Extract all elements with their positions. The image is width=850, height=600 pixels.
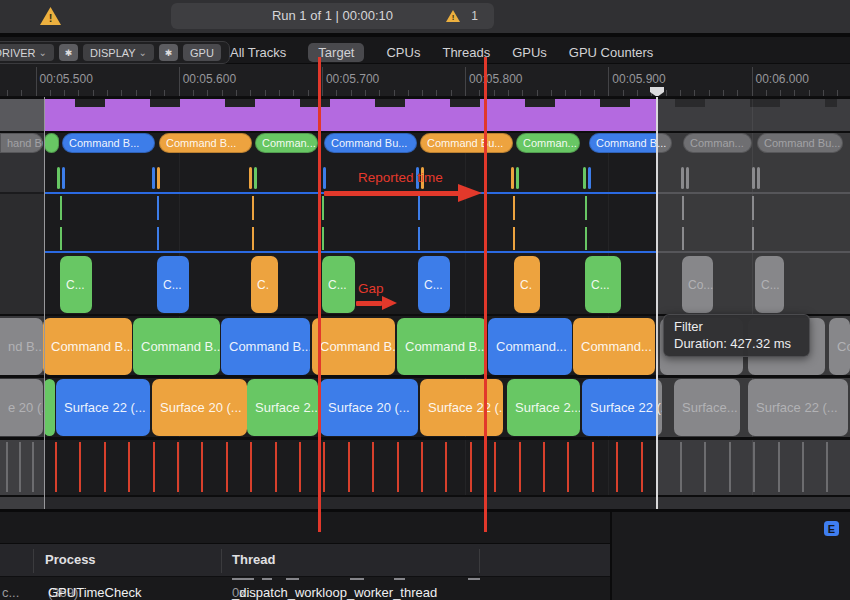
surface-block[interactable]: Surface 2... (507, 379, 580, 436)
ruler-minor-tick (21, 90, 22, 97)
ruler-marks: 00:05.50000:05.60000:05.70000:05.80000:0… (0, 64, 850, 97)
block-label: Command Bu... (427, 137, 503, 149)
encoder-block[interactable]: C... (418, 256, 450, 313)
dim-gutter-display (0, 99, 44, 131)
inspection-line-start[interactable] (318, 57, 321, 532)
block-label: Surface 22 (... (756, 400, 838, 415)
encoder-block[interactable]: C... (60, 256, 92, 313)
marker-line[interactable] (656, 97, 658, 509)
driver-pin-button[interactable]: ✱ (59, 44, 78, 61)
ruler-minor-tick (637, 90, 638, 97)
command-buffer-block[interactable]: Command B... (43, 318, 132, 375)
tab-target[interactable]: Target (308, 43, 364, 62)
block-label: e 20 (... (8, 400, 43, 415)
warning-icon[interactable]: ! (40, 7, 61, 25)
track-scope-tabs: All Tracks Target CPUs Threads GPUs GPU … (230, 41, 653, 63)
tab-gpus[interactable]: GPUs (512, 43, 547, 62)
signpost-tick (585, 196, 587, 250)
encoder-block[interactable]: C... (322, 256, 355, 313)
command-buffer-pill[interactable]: Comman... (255, 133, 318, 153)
tab-cpus[interactable]: CPUs (386, 43, 420, 62)
command-buffer-pill[interactable] (44, 133, 59, 153)
boundary-tick (511, 167, 514, 189)
driver-filter-button[interactable]: DRIVER⌄ (0, 44, 54, 61)
vsync-tick-dim (19, 442, 21, 492)
command-buffer-pill[interactable]: Comman... (683, 133, 752, 153)
encoder-block[interactable]: C. (514, 256, 540, 313)
tooltip-title: Filter (674, 318, 799, 335)
surface-block[interactable] (44, 379, 55, 436)
warning-glyph: ! (49, 12, 53, 25)
table-cell-prefix[interactable]: c... (2, 585, 19, 600)
encoder-block[interactable]: C... (157, 256, 189, 313)
signpost-tick (322, 196, 324, 250)
tracks-area: hand Bu...Command B...Command B...Comman… (0, 97, 850, 509)
block-label: Command Bu... (764, 137, 840, 149)
command-buffer-block[interactable]: Command... (573, 318, 655, 375)
command-buffer-pill[interactable]: Comman... (516, 133, 580, 153)
ruler-minor-tick (107, 90, 108, 97)
command-buffer-block[interactable]: Co... (829, 318, 850, 375)
surface-block[interactable]: Surface 22 (... (748, 379, 848, 436)
table-cell-thread[interactable]: _dispatch_workloop_worker_thread 0x... (232, 585, 257, 600)
ruler-minor-tick (723, 90, 724, 97)
command-buffer-pill[interactable]: hand Bu... (0, 133, 43, 153)
table-cell-process[interactable]: GPUTimeCheck (369) (48, 585, 78, 600)
ruler-minor-tick (408, 90, 409, 97)
vsync-tick (421, 442, 423, 492)
surface-block[interactable]: Surface 2... (247, 379, 318, 436)
display-pin-button[interactable]: ✱ (159, 44, 178, 61)
block-label: Comman... (262, 137, 316, 149)
encoder-block[interactable]: C. (251, 256, 278, 313)
ruler-minor-tick (551, 90, 552, 97)
command-buffer-pill[interactable]: Command B... (62, 133, 155, 153)
chevron-down-icon: ⌄ (39, 49, 47, 57)
ruler-minor-tick (680, 90, 681, 97)
track-border-line-dim (657, 251, 850, 253)
block-label: C... (591, 278, 610, 292)
command-buffer-pill[interactable]: Command Bu... (324, 133, 417, 153)
command-buffer-block[interactable]: Command B... (221, 318, 310, 375)
ruler-minor-tick (666, 90, 667, 97)
boundary-tick (583, 167, 586, 189)
surface-block[interactable]: Surface 22 (... (420, 379, 503, 436)
gpu-filter-button[interactable]: GPU (183, 44, 221, 61)
run-status-pill[interactable]: Run 1 of 1 | 00:00:10 ! 1 (171, 3, 494, 29)
vsync-tick (348, 442, 350, 492)
timeline-ruler[interactable]: 00:05.50000:05.60000:05.70000:05.80000:0… (0, 64, 850, 97)
ruler-minor-tick (522, 90, 523, 97)
surface-block[interactable]: Surface 20 (... (320, 379, 418, 436)
pill-warning-icon[interactable]: ! (446, 10, 460, 22)
block-label: C... (163, 278, 182, 292)
ruler-minor-tick (451, 90, 452, 97)
command-buffer-block[interactable]: Command B... (312, 318, 395, 375)
command-buffer-pill[interactable]: Command Bu... (420, 133, 513, 153)
tab-all-tracks[interactable]: All Tracks (230, 43, 286, 62)
command-buffer-pill[interactable]: Command Bu... (757, 133, 843, 153)
display-track-band[interactable] (44, 99, 657, 131)
vsync-tick (79, 442, 81, 492)
command-buffer-block[interactable]: Command B... (397, 318, 487, 375)
surface-block[interactable]: e 20 (... (0, 379, 43, 436)
command-buffer-block[interactable]: nd B... (0, 318, 43, 375)
surface-block[interactable]: Surface 20 (... (152, 379, 247, 436)
selection-start-line[interactable] (44, 97, 46, 509)
command-buffer-block[interactable]: Command B... (133, 318, 220, 375)
ruler-minor-tick (794, 90, 795, 97)
inspection-line-end[interactable] (484, 57, 487, 532)
command-buffer-pill[interactable]: Command B... (159, 133, 252, 153)
tab-gpu-counters[interactable]: GPU Counters (569, 43, 654, 62)
vsync-tick (372, 442, 374, 492)
boundary-tick (152, 167, 155, 189)
extended-detail-badge[interactable]: E (824, 521, 839, 536)
encoder-block[interactable]: C... (585, 256, 621, 313)
surface-block[interactable]: Surface... (674, 379, 740, 436)
surface-block[interactable]: Surface 22 (... (582, 379, 662, 436)
command-buffer-pill[interactable]: Command B... (589, 133, 672, 153)
encoder-block[interactable]: C... (755, 256, 784, 313)
command-buffer-block[interactable]: Command... (488, 318, 572, 375)
display-filter-button[interactable]: DISPLAY⌄ (83, 44, 154, 61)
encoder-block[interactable]: Co... (682, 256, 713, 313)
ruler-minor-tick (379, 90, 380, 97)
surface-block[interactable]: Surface 22 (... (56, 379, 150, 436)
